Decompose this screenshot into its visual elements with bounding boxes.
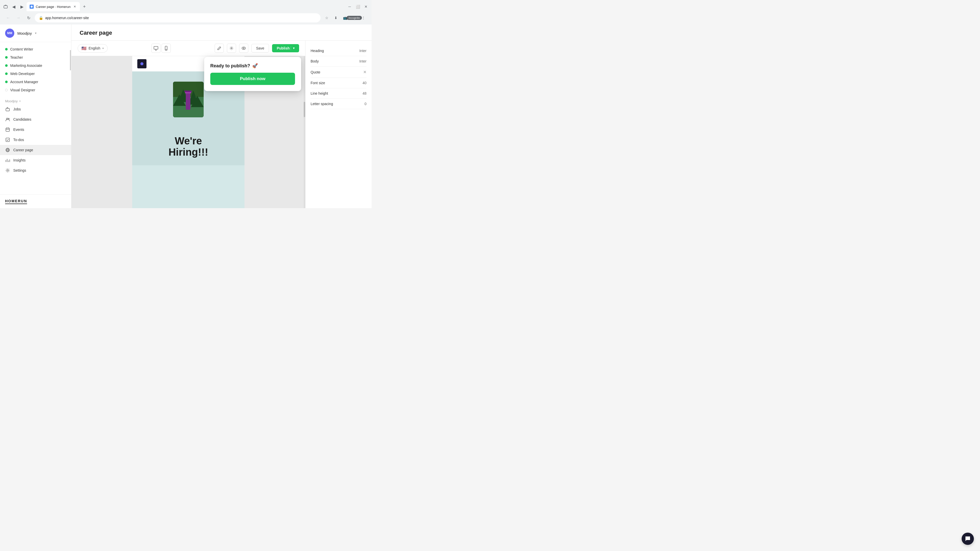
section-org-name: Moodjoy [5,99,18,103]
language-label: English [89,46,100,50]
back-tab-button[interactable]: ◀ [10,3,18,10]
job-status-dot [5,64,8,67]
nav-item-label: Events [13,127,24,132]
edit-tool-button[interactable] [215,44,224,53]
hero-image-inner [173,82,204,118]
chevron-down-icon[interactable]: ▾ [35,32,37,35]
svg-rect-24 [186,92,190,110]
bookmark-button[interactable]: ☆ [323,14,331,22]
sidebar: MM Moodjoy ▾ Content Writer Teacher Mark… [0,24,72,208]
language-button[interactable]: 🇺🇸 English ▾ [78,44,108,52]
svg-rect-6 [6,138,10,141]
tab-close-button[interactable]: ✕ [73,5,77,9]
svg-rect-2 [6,108,10,111]
page-title: Career page [80,30,363,36]
briefcase-icon [5,106,10,112]
list-item[interactable]: Web Developer [0,70,71,78]
org-name: Moodjoy [18,31,32,35]
sidebar-item-career-page[interactable]: Career page [0,145,71,155]
forward-button[interactable]: → [14,14,22,22]
view-toggle [151,44,171,53]
address-bar: ← → ↻ 🔒 app.homerun.co/career-site ☆ ⬇ 📺… [0,11,372,24]
sidebar-scrollbar[interactable] [70,24,71,208]
sidebar-item-candidates[interactable]: Candidates [0,114,71,124]
tab-group-button[interactable] [2,3,9,10]
job-title: Visual Designer [10,88,35,92]
sidebar-item-insights[interactable]: Insights [0,155,71,165]
tab-favicon [30,5,34,9]
sidebar-item-settings[interactable]: Settings [0,165,71,176]
sidebar-footer: HOMERUN [0,194,71,208]
sidebar-header: MM Moodjoy ▾ [0,24,71,42]
job-status-dot [5,48,8,51]
reload-button[interactable]: ↻ [24,14,33,22]
svg-rect-26 [185,91,192,92]
job-status-dot [5,56,8,59]
svg-point-14 [242,47,245,49]
nav-item-label: Jobs [13,107,21,111]
job-title: Content Writer [10,47,33,51]
page-header: Career page [72,24,372,41]
svg-point-3 [6,118,8,120]
preview-logo [137,59,146,68]
preview-tool-button[interactable] [239,44,248,53]
list-item[interactable]: Content Writer [0,45,71,53]
svg-point-4 [8,118,10,120]
line-height-row: Line height 48 [310,88,366,99]
menu-button[interactable]: ⋮ [360,14,368,22]
job-title: Teacher [10,56,23,59]
publish-button[interactable]: Publish ▾ [272,44,299,52]
minimize-button[interactable]: ─ [346,3,353,10]
svg-point-17 [140,62,143,65]
bar-chart-icon [5,158,10,163]
profile-button[interactable]: Incognito [350,14,358,22]
sidebar-item-jobs[interactable]: Jobs [0,104,71,114]
sidebar-section-label: Moodjoy ▾ [0,97,71,104]
mobile-view-button[interactable] [162,44,171,53]
body-value: Inter [360,59,366,63]
url-lock-icon: 🔒 [39,16,43,20]
desktop-view-button[interactable] [151,44,161,53]
publish-popup: Ready to publish? 🚀 Publish now [204,57,301,91]
quote-row: Quote ✕ [310,67,366,78]
publish-now-button[interactable]: Publish now [210,73,295,85]
list-item[interactable]: Account Manager [0,78,71,86]
nav-item-label: Career page [13,148,33,152]
sidebar-item-todos[interactable]: To-dos [0,135,71,145]
app-layout: MM Moodjoy ▾ Content Writer Teacher Mark… [0,24,372,208]
sidebar-item-events[interactable]: Events [0,124,71,135]
nav-item-label: To-dos [13,138,24,142]
forward-tab-button[interactable]: ▶ [18,3,25,10]
heading-row: Heading Inter [310,46,366,56]
list-item[interactable]: Marketing Associate [0,62,71,70]
publish-label: Publish [277,46,290,50]
font-size-row: Font size 40 [310,78,366,88]
settings-tool-button[interactable] [227,44,236,53]
homerun-logo: HOMERUN [5,199,27,204]
url-text: app.homerun.co/career-site [45,16,317,20]
active-tab[interactable]: Career page · Homerun ✕ [27,2,80,11]
editor-toolbar: 🇺🇸 English ▾ [72,41,305,56]
list-item[interactable]: Teacher [0,53,71,62]
save-button[interactable]: Save [251,44,269,52]
preview-cta: We're Hiring!!! [132,127,245,165]
download-button[interactable]: ⬇ [332,14,340,22]
back-button[interactable]: ← [4,14,12,22]
quote-close-button[interactable]: ✕ [363,70,366,75]
publish-dropdown-arrow[interactable]: ▾ [291,46,294,50]
settings-icon [5,168,10,173]
letter-spacing-row: Letter spacing 0 [310,99,366,109]
url-bar[interactable]: 🔒 app.homerun.co/career-site [35,13,321,22]
maximize-button[interactable]: ⬜ [354,3,361,10]
new-tab-button[interactable]: + [81,3,88,10]
svg-rect-10 [154,46,158,49]
job-status-dot-inactive [5,89,8,91]
close-window-button[interactable]: ✕ [363,3,369,10]
letter-spacing-label: Letter spacing [310,102,333,106]
svg-point-9 [7,170,8,171]
body-label: Body [310,59,319,63]
list-item[interactable]: Visual Designer [0,86,71,94]
quote-label: Quote [310,70,320,74]
main-content: Career page 🇺🇸 English ▾ [72,24,372,208]
tab-title: Career page · Homerun [36,5,71,9]
